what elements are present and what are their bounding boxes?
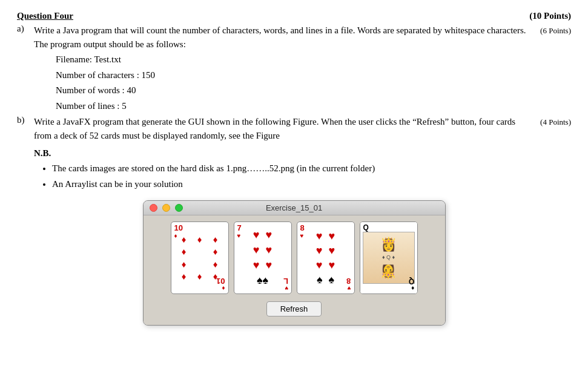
question-points: (10 Points) (529, 11, 571, 21)
card-3-corner-top: 8 ♥ (300, 224, 305, 239)
card-1: 10 ♦ ♦ ♦ ♦ ♦ ♦ ♦ ♦ ♦ ♦ ♦ ♦ (171, 221, 229, 294)
nb-bullet-1: The cards images are stored on the hard … (52, 161, 571, 177)
card-2-corner-bottom: ♥ L (283, 277, 288, 292)
cards-row: 10 ♦ ♦ ♦ ♦ ♦ ♦ ♦ ♦ ♦ ♦ ♦ ♦ (171, 221, 418, 294)
part-a-points: (6 Points) (540, 25, 571, 37)
output-line-4: Number of lines : 5 (56, 99, 571, 114)
card-4-face: 👸 ♦ Q ♦ 👸 (363, 232, 415, 284)
card-3-corner-bottom: ♥ 8 (346, 277, 351, 292)
card-1-corner-bottom: ♦ 01 (216, 277, 225, 292)
part-b-content: Write a JavaFX program that generate the… (34, 115, 571, 142)
pip: ♥ (316, 230, 323, 243)
part-a-content: Write a Java program that will count the… (34, 24, 571, 114)
pip: ♥ (266, 229, 273, 241)
card-3: 8 ♥ ♥ ♥ ♥ ♥ ♥ ♥ (297, 221, 355, 294)
pip: ♥ (253, 244, 260, 257)
card-1-corner-top: 10 ♦ (174, 224, 183, 239)
pip: ♦ (197, 235, 202, 244)
card-4-corner-bottom: ♦ Q (409, 277, 414, 292)
card-4: Q ♦ 👸 ♦ Q ♦ 👸 (360, 221, 418, 294)
part-b-label: b) (17, 115, 34, 125)
question-header: Question Four (10 Points) (17, 11, 571, 21)
output-line-3: Number of words : 40 (56, 83, 571, 99)
pip: ♥ (253, 229, 260, 241)
pip: ♥ (266, 259, 273, 272)
pip: ♦ (213, 247, 218, 256)
pip: ♦ (213, 235, 218, 244)
pip: ♦ (182, 272, 187, 281)
pip: ♥ (329, 244, 335, 257)
output-line-1: Filename: Test.txt (56, 52, 571, 68)
pip: ♠ (329, 274, 335, 286)
pip: ♠ (257, 274, 263, 287)
part-b-points: (4 Points) (540, 116, 571, 128)
pip: ♦ (182, 247, 187, 256)
refresh-button[interactable]: Refresh (266, 301, 322, 316)
pip: ♠ (317, 274, 323, 286)
card-2: 7 ♥ ♥ ♥ ♥ ♥ ♥ ♥ (234, 221, 292, 294)
output-line-2: Number of characters : 150 (56, 68, 571, 84)
pip: ♥ (266, 244, 273, 257)
nb-title: N.B. (34, 148, 571, 159)
part-a-text: Write a Java program that will count the… (34, 24, 530, 51)
pip: ♥ (253, 259, 260, 272)
part-a-label: a) (17, 24, 34, 34)
part-a-output: Filename: Test.txt Number of characters … (56, 52, 571, 114)
nb-bullets: The cards images are stored on the hard … (52, 161, 571, 192)
pip: ♦ (213, 260, 218, 269)
pip: ♥ (316, 244, 323, 257)
window-titlebar: Exercise_15_01 (144, 201, 445, 215)
traffic-light-yellow (162, 204, 170, 212)
traffic-light-red (150, 204, 157, 212)
pip: ♥ (329, 259, 335, 272)
traffic-light-green (175, 204, 183, 212)
part-a: a) Write a Java program that will count … (17, 24, 571, 114)
window-container: Exercise_15_01 10 ♦ ♦ ♦ ♦ ♦ ♦ ♦ (17, 200, 571, 326)
part-b-text: Write a JavaFX program that generate the… (34, 115, 530, 142)
pip: ♥ (316, 259, 323, 272)
pip: ♠ (263, 274, 269, 287)
pip: ♦ (182, 260, 187, 269)
nb-bullet-2: An Arraylist can be in your solution (52, 177, 571, 192)
pip: ♦ (197, 272, 202, 281)
pip: ♥ (329, 230, 335, 243)
card-2-corner-top: 7 ♥ (237, 224, 242, 239)
window-title: Exercise_15_01 (266, 203, 322, 212)
question-title: Question Four (17, 11, 73, 21)
window-body: 10 ♦ ♦ ♦ ♦ ♦ ♦ ♦ ♦ ♦ ♦ ♦ ♦ (144, 215, 445, 325)
part-b: b) Write a JavaFX program that generate … (17, 115, 571, 142)
window: Exercise_15_01 10 ♦ ♦ ♦ ♦ ♦ ♦ ♦ (143, 200, 446, 326)
nb-section: N.B. The cards images are stored on the … (34, 148, 571, 192)
